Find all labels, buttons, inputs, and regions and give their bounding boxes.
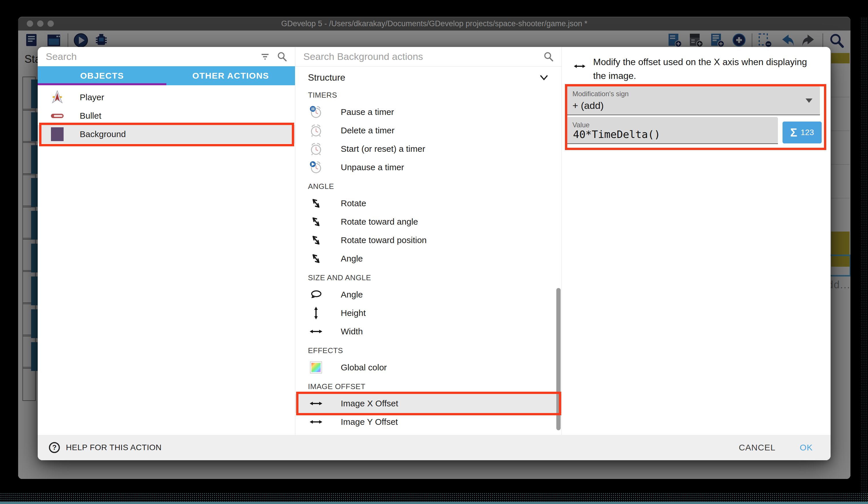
action-item-rotate[interactable]: Rotate <box>295 194 561 213</box>
modification-sign-dropdown[interactable]: Modification's sign + (add) <box>567 86 820 115</box>
timer-pause-icon <box>308 104 324 120</box>
action-label: Global color <box>341 363 387 372</box>
sigma-icon: Σ <box>790 126 797 139</box>
action-label: Rotate toward position <box>341 235 427 245</box>
action-label: Image X Offset <box>341 399 398 409</box>
timer-icon <box>308 141 324 157</box>
action-parameters: Modification's sign + (add) Value Σ 123 <box>565 84 822 145</box>
search-icon <box>277 51 288 62</box>
object-label: Player <box>80 92 104 102</box>
action-item-unpause-a-timer[interactable]: Unpause a timer <box>295 158 561 177</box>
action-label: Width <box>341 326 363 336</box>
action-label: Unpause a timer <box>341 162 404 172</box>
field-label: Value <box>572 121 590 129</box>
wallpaper-bottom-strip <box>0 502 868 504</box>
wallpaper-speckle-band-right <box>860 17 868 504</box>
timer-play-icon <box>308 160 324 175</box>
modification-sign-value: + (add) <box>572 100 604 111</box>
diagonal-arrows-icon <box>308 214 324 229</box>
action-label: Angle <box>341 290 363 300</box>
actions-search-input[interactable] <box>303 51 537 62</box>
horizontal-arrows-icon <box>573 60 586 83</box>
object-row-player[interactable]: Player <box>38 88 295 107</box>
player-ship-icon <box>49 89 65 105</box>
diagonal-arrows-icon <box>308 251 324 266</box>
bullet-icon <box>49 108 65 124</box>
section-title: TIMERS <box>308 91 561 99</box>
section-title: SIZE AND ANGLE <box>308 274 561 282</box>
vertical-arrows-icon <box>308 305 324 321</box>
object-row-background[interactable]: Background <box>38 125 295 143</box>
horizontal-arrows-icon <box>308 324 324 339</box>
action-label: Rotate toward angle <box>341 217 418 226</box>
action-editor-dialog: OBJECTS OTHER ACTIONS Player Bullet <box>38 47 830 460</box>
action-description: Modify the offset used on the X axis whe… <box>593 55 819 83</box>
action-group-value: Structure <box>308 72 345 83</box>
expression-button-label: 123 <box>800 128 814 137</box>
actions-search-row <box>295 47 561 66</box>
help-icon[interactable]: ? <box>48 441 61 454</box>
diagonal-arrows-icon <box>308 196 324 211</box>
background-sprite-icon <box>49 126 65 142</box>
desktop-background: GDevelop 5 - /Users/dkarakay/Documents/G… <box>0 0 868 504</box>
expression-builder-button[interactable]: Σ 123 <box>783 122 822 143</box>
value-field: Value <box>567 117 778 144</box>
svg-text:?: ? <box>52 444 57 451</box>
action-label: Angle <box>341 254 363 263</box>
action-label: Height <box>341 308 366 318</box>
horizontal-arrows-icon <box>308 396 324 411</box>
window-title: GDevelop 5 - /Users/dkarakay/Documents/G… <box>18 17 850 31</box>
actions-scrollbar-thumb[interactable] <box>556 288 561 430</box>
section-title: ANGLE <box>308 182 561 191</box>
action-label: Start (or reset) a timer <box>341 144 425 154</box>
actions-panel: Structure TIMERS Pause a timer <box>295 47 562 435</box>
field-label: Modification's sign <box>572 90 629 98</box>
search-icon <box>543 51 554 62</box>
object-row-bullet[interactable]: Bullet <box>38 107 295 125</box>
object-label: Bullet <box>80 111 101 121</box>
section-title: IMAGE OFFSET <box>308 382 561 391</box>
action-label: Image Y Offset <box>341 417 398 427</box>
objects-search-input[interactable] <box>45 51 254 62</box>
wallpaper-speckle-band <box>0 493 868 502</box>
action-item-rotate-toward-angle[interactable]: Rotate toward angle <box>295 213 561 231</box>
chevron-down-icon <box>539 74 549 81</box>
action-item-image-x-offset[interactable]: Image X Offset <box>295 394 561 413</box>
help-for-this-action-button[interactable]: HELP FOR THIS ACTION <box>66 443 162 452</box>
objects-panel: OBJECTS OTHER ACTIONS Player Bullet <box>38 47 295 435</box>
action-item-angle-size[interactable]: Angle <box>295 285 561 304</box>
action-item-global-color[interactable]: Global color <box>295 358 561 377</box>
section-title: EFFECTS <box>308 346 561 355</box>
window-titlebar: GDevelop 5 - /Users/dkarakay/Documents/G… <box>18 17 850 31</box>
ok-button[interactable]: OK <box>800 443 813 452</box>
action-item-angle[interactable]: Angle <box>295 249 561 268</box>
action-label: Delete a timer <box>341 125 395 135</box>
action-item-start-or-reset-a-timer[interactable]: Start (or reset) a timer <box>295 140 561 158</box>
action-item-delete-a-timer[interactable]: Delete a timer <box>295 121 561 140</box>
objects-list: Player Bullet Background <box>38 85 295 143</box>
action-item-rotate-toward-position[interactable]: Rotate toward position <box>295 231 561 249</box>
action-label: Pause a timer <box>341 107 394 117</box>
horizontal-arrows-icon <box>308 414 324 430</box>
filter-icon[interactable] <box>260 52 270 62</box>
timer-icon <box>308 123 324 138</box>
action-label: Rotate <box>341 199 366 208</box>
action-item-width[interactable]: Width <box>295 322 561 341</box>
cancel-button[interactable]: CANCEL <box>739 443 776 452</box>
rotation-ellipse-icon <box>308 287 324 302</box>
objects-tabs: OBJECTS OTHER ACTIONS <box>38 66 295 85</box>
dialog-footer: ? HELP FOR THIS ACTION CANCEL OK <box>38 435 830 460</box>
tab-other-actions[interactable]: OTHER ACTIONS <box>166 66 295 85</box>
tab-objects[interactable]: OBJECTS <box>38 66 166 85</box>
action-group-selector[interactable]: Structure <box>295 67 561 89</box>
action-description-block: Modify the offset used on the X axis whe… <box>561 47 830 83</box>
action-item-height[interactable]: Height <box>295 304 561 322</box>
dropdown-caret-icon <box>806 99 813 103</box>
value-expression-input[interactable] <box>572 128 769 141</box>
color-gradient-icon <box>308 360 324 375</box>
active-tab-indicator <box>38 83 166 85</box>
actions-list: TIMERS Pause a timer <box>295 91 561 431</box>
object-label: Background <box>80 129 126 139</box>
action-item-image-y-offset[interactable]: Image Y Offset <box>295 413 561 431</box>
action-item-pause-a-timer[interactable]: Pause a timer <box>295 103 561 121</box>
